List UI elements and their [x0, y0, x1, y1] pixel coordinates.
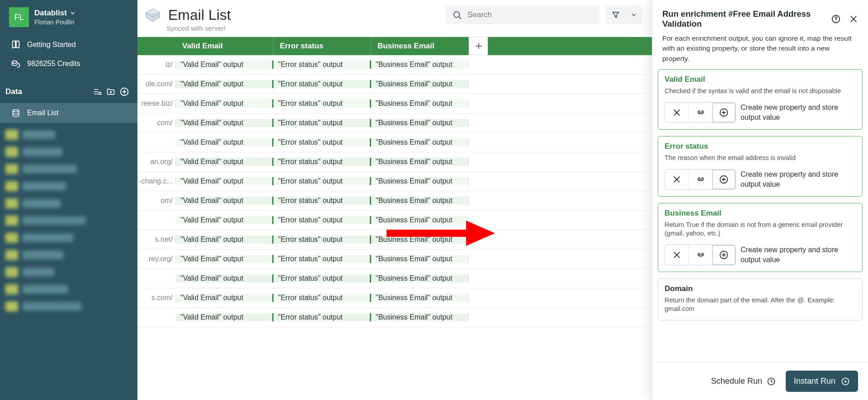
table-row[interactable]: "Valid Email" output "Error status" outp…: [137, 269, 652, 288]
create-property-button[interactable]: [712, 103, 736, 122]
add-column-button[interactable]: [469, 37, 488, 55]
output-action-label: Create new property and store output val…: [741, 103, 856, 122]
filter-button[interactable]: [606, 5, 642, 24]
sidebar-item-blurred[interactable]: [5, 178, 132, 194]
output-description: Return True if the domain is not from a …: [665, 221, 856, 238]
sidebar-item-blurred[interactable]: [5, 281, 132, 297]
sidebar-item-blurred[interactable]: [5, 247, 132, 263]
sidebar-item-blurred[interactable]: [5, 264, 132, 280]
table-row[interactable]: "Valid Email" output "Error status" outp…: [137, 211, 652, 230]
instant-run-label: Instant Run: [794, 376, 835, 386]
user-name: Florian Poullin: [34, 19, 76, 26]
create-property-button[interactable]: [712, 245, 736, 265]
output-name: Valid Email: [665, 75, 856, 84]
chevron-down-icon: [631, 12, 637, 18]
create-property-button[interactable]: [712, 169, 736, 189]
sidebar-section-label: Data: [5, 87, 90, 96]
output-description: The reason when the email address is inv…: [665, 154, 856, 163]
map-output-button[interactable]: [689, 169, 712, 189]
instant-run-button[interactable]: Instant Run: [786, 371, 858, 392]
sidebar-item-blurred[interactable]: [5, 144, 132, 160]
workspace-name: Datablist: [34, 9, 67, 18]
schedule-run-label: Schedule Run: [711, 376, 762, 386]
table-row[interactable]: s.net/ "Valid Email" output "Error statu…: [137, 230, 652, 249]
table-row[interactable]: om/ "Valid Email" output "Error status" …: [137, 191, 652, 211]
panel-title: Run enrichment #Free Email Address Valid…: [662, 9, 826, 29]
map-output-button[interactable]: [689, 103, 712, 122]
table: Valid Email Error status Business Email …: [137, 37, 652, 400]
col-valid-email[interactable]: Valid Email: [176, 37, 274, 55]
page-title: Email List: [168, 7, 439, 24]
page-header: Email List: [137, 0, 652, 24]
schedule-run-button[interactable]: Schedule Run: [711, 376, 776, 386]
output-action-group: [665, 102, 736, 123]
search-input-wrap[interactable]: [446, 5, 599, 24]
sidebar-item-blurred[interactable]: [5, 161, 132, 177]
table-row[interactable]: com/ "Valid Email" output "Error status"…: [137, 113, 652, 133]
help-icon[interactable]: [831, 14, 841, 24]
chevron-down-icon: [70, 10, 76, 16]
table-row[interactable]: reese.biz/ "Valid Email" output "Error s…: [137, 94, 652, 113]
output-action-group: [665, 169, 736, 190]
clock-icon: [767, 377, 776, 386]
panel-footer: Schedule Run Instant Run: [652, 362, 868, 400]
close-icon[interactable]: [849, 14, 858, 24]
database-icon: [11, 108, 21, 118]
sidebar: FL Datablist Florian Poullin Getting Sta…: [0, 0, 137, 400]
sidebar-link-label: 9826255 Credits: [27, 60, 80, 68]
panel-header: Run enrichment #Free Email Address Valid…: [652, 0, 868, 36]
enrichment-output-card: Valid Email Checked if the syntax is val…: [658, 69, 863, 130]
col-error-status[interactable]: Error status: [274, 37, 371, 55]
sidebar-link-getting-started[interactable]: Getting Started: [0, 35, 137, 54]
table-row[interactable]: an.org/ "Valid Email" output "Error stat…: [137, 152, 652, 172]
table-row[interactable]: -chang.c... "Valid Email" output "Error …: [137, 172, 652, 191]
table-row[interactable]: "Valid Email" output "Error status" outp…: [137, 308, 652, 327]
coins-icon: [11, 59, 21, 69]
table-header: Valid Email Error status Business Email: [137, 37, 652, 55]
search-icon: [452, 10, 462, 20]
table-row[interactable]: ole.com/ "Valid Email" output "Error sta…: [137, 75, 652, 94]
enrichment-panel: Run enrichment #Free Email Address Valid…: [652, 0, 868, 400]
svg-point-0: [12, 61, 17, 64]
output-name: Domain: [665, 284, 856, 293]
avatar-initials: FL: [14, 13, 24, 22]
output-action-label: Create new property and store output val…: [741, 245, 856, 264]
sidebar-item-blurred[interactable]: [5, 212, 132, 229]
table-row[interactable]: rey.org/ "Valid Email" output "Error sta…: [137, 249, 652, 269]
sidebar-item-label: Email List: [27, 109, 58, 117]
workspace-switcher[interactable]: FL Datablist Florian Poullin: [0, 0, 137, 33]
play-icon: [841, 377, 850, 386]
sidebar-link-credits[interactable]: 9826255 Credits: [0, 54, 137, 73]
table-row[interactable]: s.com/ "Valid Email" output "Error statu…: [137, 288, 652, 308]
table-body: iz/ "Valid Email" output "Error status" …: [137, 55, 652, 327]
collection-icon: [144, 6, 162, 24]
svg-point-1: [99, 92, 101, 94]
panel-intro: For each enrichment output, you can igno…: [657, 36, 863, 69]
sidebar-item-email-list[interactable]: Email List: [0, 103, 137, 123]
search-input[interactable]: [467, 10, 593, 19]
ignore-output-button[interactable]: [665, 169, 689, 189]
sidebar-item-blurred[interactable]: [5, 230, 132, 246]
table-row[interactable]: "Valid Email" output "Error status" outp…: [137, 133, 652, 152]
ignore-output-button[interactable]: [665, 245, 689, 265]
sidebar-item-blurred[interactable]: [5, 195, 132, 212]
output-action-group: [665, 245, 736, 265]
map-output-button[interactable]: [689, 245, 712, 265]
table-row[interactable]: iz/ "Valid Email" output "Error status" …: [137, 55, 652, 75]
ignore-output-button[interactable]: [665, 103, 689, 122]
sidebar-link-label: Getting Started: [27, 41, 76, 49]
find-collection-icon[interactable]: [90, 85, 104, 99]
output-name: Error status: [665, 142, 856, 151]
new-collection-icon[interactable]: [118, 85, 131, 99]
sync-status: Synced with server!: [137, 24, 652, 35]
sidebar-data-header: Data: [0, 78, 137, 103]
output-name: Business Email: [665, 209, 856, 218]
avatar: FL: [9, 7, 29, 27]
filter-icon: [611, 10, 620, 19]
sidebar-item-blurred[interactable]: [5, 298, 132, 315]
col-business-email[interactable]: Business Email: [371, 37, 469, 55]
new-folder-icon[interactable]: [104, 85, 118, 99]
sidebar-item-blurred[interactable]: [5, 127, 132, 143]
book-icon: [11, 40, 21, 50]
enrichment-output-card: Error status The reason when the email a…: [658, 136, 863, 197]
